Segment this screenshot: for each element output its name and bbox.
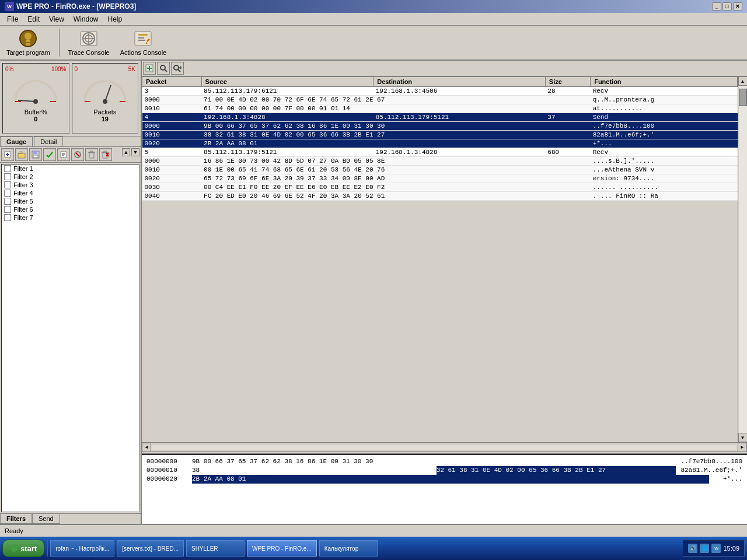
- taskbar-btn-calc[interactable]: Калькулятор: [319, 540, 378, 556]
- filter-label-1: Filter 1: [13, 165, 33, 172]
- taskbar-btn-wpepro[interactable]: WPE PRO - FinRO.e...: [247, 540, 317, 556]
- pkt-findnext-btn[interactable]: [171, 62, 184, 75]
- table-row[interactable]: 0000 9B 00 66 37 65 37 62 62 38 16 86 1E…: [142, 122, 738, 131]
- cell-hex-bytes: 2B 2A AA 08 01: [201, 139, 591, 148]
- menu-help[interactable]: Help: [103, 14, 127, 24]
- pkt-add-btn[interactable]: [143, 62, 156, 75]
- taskbar-btn-shyller[interactable]: SHYLLER: [186, 540, 245, 556]
- hscroll-right-btn[interactable]: ►: [738, 443, 747, 452]
- packets-max-label: 5K: [128, 66, 135, 72]
- close-btn[interactable]: ✕: [733, 2, 742, 10]
- tray-icon-3: W: [711, 544, 721, 553]
- scrollbar-down-btn[interactable]: ▼: [738, 433, 748, 442]
- taskbar-label-servers: [servers.txt] - BRED...: [122, 545, 179, 552]
- filter-deleteall-btn[interactable]: [99, 148, 112, 161]
- filter-check-btn[interactable]: [43, 148, 56, 161]
- filter-new-btn[interactable]: [1, 148, 14, 161]
- pkt-find-btn[interactable]: [157, 62, 170, 75]
- actions-console-button[interactable]: Actions Console: [116, 27, 171, 58]
- cell-hex-bytes: 16 86 1E 00 73 00 42 8D 5D 07 27 0A B0 0…: [201, 157, 591, 166]
- scrollbar-up-btn[interactable]: ▲: [738, 76, 748, 86]
- filter-item-4[interactable]: Filter 4: [2, 189, 139, 197]
- scrollbar-track[interactable]: [739, 86, 747, 433]
- hscroll-left-btn[interactable]: ◄: [142, 443, 151, 452]
- svg-rect-39: [104, 151, 106, 152]
- filter-open-btn[interactable]: [15, 148, 28, 161]
- filter-edit-btn[interactable]: [57, 148, 70, 161]
- filter-checkbox-3[interactable]: [4, 181, 11, 188]
- filter-item-5[interactable]: Filter 5: [2, 197, 139, 205]
- table-row[interactable]: 0040 FC 20 ED E0 20 46 69 6E 52 4F 20 3A…: [142, 192, 738, 201]
- filter-checkbox-6[interactable]: [4, 206, 11, 213]
- table-row[interactable]: 0000 16 86 1E 00 73 00 42 8D 5D 07 27 0A…: [142, 157, 738, 166]
- hex-offset-1: 00000000: [146, 457, 187, 466]
- start-button[interactable]: start: [2, 540, 44, 557]
- cell-hex-offset: 0020: [142, 139, 202, 148]
- filter-checkbox-1[interactable]: [4, 165, 11, 172]
- filter-item-7[interactable]: Filter 7: [2, 214, 139, 222]
- cell-source: 192.168.1.3:4828: [201, 113, 374, 122]
- svg-rect-11: [138, 37, 144, 38]
- right-container: Packet Source Destination Size Function …: [142, 61, 747, 524]
- tab-filters[interactable]: Filters: [0, 514, 32, 524]
- table-row[interactable]: 5 85.112.113.179:5121 192.168.1.3:4828 6…: [142, 148, 738, 157]
- table-row[interactable]: 0010 38 32 61 38 31 0E 4D 02 00 65 36 66…: [142, 131, 738, 139]
- taskbar-btn-rofan[interactable]: rofan ~ - Настройк...: [50, 540, 114, 556]
- scrollbar-thumb[interactable]: [739, 89, 747, 106]
- filter-item-1[interactable]: Filter 1: [2, 164, 139, 173]
- filter-checkbox-7[interactable]: [4, 214, 11, 221]
- minimize-btn[interactable]: _: [712, 2, 721, 10]
- cell-hex-offset: 0040: [142, 192, 202, 201]
- cell-source: 85.112.113.179:5121: [201, 148, 374, 157]
- cell-hex-offset: 0010: [142, 131, 202, 139]
- gauge-tabs: Gauge Detail: [0, 136, 141, 147]
- taskbar-separator: [47, 540, 48, 556]
- svg-point-14: [33, 99, 38, 104]
- filter-checkbox-2[interactable]: [4, 173, 11, 180]
- filter-scroll-down[interactable]: ▼: [131, 148, 139, 156]
- buffer-gauge: 0% 100% Buffer% 0: [2, 63, 69, 134]
- col-size: Size: [545, 77, 590, 87]
- table-row[interactable]: 0010 00 1E 00 65 41 74 68 65 6E 61 20 53…: [142, 166, 738, 174]
- packet-scrollbar[interactable]: ▲ ▼: [738, 76, 747, 442]
- table-row[interactable]: 0020 65 72 73 69 6F 6E 3A 20 39 37 33 34…: [142, 174, 738, 183]
- target-program-button[interactable]: Target program: [2, 27, 54, 58]
- table-row[interactable]: 0000 71 00 0E 4D 02 00 70 72 6F 6E 74 65…: [142, 96, 738, 104]
- cell-hex-offset: 0000: [142, 122, 202, 131]
- menu-view[interactable]: View: [44, 14, 69, 24]
- filter-disable-btn[interactable]: [71, 148, 84, 161]
- cell-hex-offset: 0010: [142, 104, 202, 113]
- menu-file[interactable]: File: [2, 14, 23, 24]
- hex-bytes-2a: 38: [192, 466, 432, 475]
- filter-checkbox-4[interactable]: [4, 190, 11, 197]
- filter-item-6[interactable]: Filter 6: [2, 205, 139, 214]
- table-row[interactable]: 3 85.112.113.179:6121 192.168.1.3:4506 2…: [142, 87, 738, 96]
- gauge-tab-gauge[interactable]: Gauge: [0, 136, 33, 146]
- svg-line-46: [165, 69, 167, 72]
- tray-time: 15:09: [723, 545, 739, 552]
- menu-window[interactable]: Window: [69, 14, 103, 24]
- taskbar-btn-servers[interactable]: [servers.txt] - BRED...: [117, 540, 184, 556]
- filter-label-6: Filter 6: [13, 206, 33, 213]
- table-row[interactable]: 0010 61 74 00 00 00 00 00 7F 00 00 01 01…: [142, 104, 738, 113]
- menu-edit[interactable]: Edit: [23, 14, 44, 24]
- filter-checkbox-5[interactable]: [4, 198, 11, 205]
- table-row[interactable]: 0020 2B 2A AA 08 01 +*...: [142, 139, 738, 148]
- tab-send[interactable]: Send: [32, 514, 60, 524]
- hscroll-track[interactable]: [152, 445, 736, 450]
- table-row[interactable]: 4 192.168.1.3:4828 85.112.113.179:5121 3…: [142, 113, 738, 122]
- filter-delete-btn[interactable]: [85, 148, 98, 161]
- cell-hex-ascii: ...eAthena SVN v: [591, 166, 738, 174]
- filter-scroll-up[interactable]: ▲: [122, 148, 130, 156]
- table-row[interactable]: 0030 00 C4 EE E1 F0 EE 20 EF EE E6 E0 EB…: [142, 183, 738, 192]
- filter-item-2[interactable]: Filter 2: [2, 173, 139, 181]
- cell-packet: 4: [142, 113, 202, 122]
- col-destination: Destination: [374, 77, 546, 87]
- filter-save-btn[interactable]: [29, 148, 42, 161]
- packets-gauge-svg: [79, 72, 131, 107]
- restore-btn[interactable]: □: [722, 2, 732, 10]
- trace-console-button[interactable]: Trace Console: [64, 27, 114, 58]
- packet-toolbar: [142, 61, 747, 76]
- filter-item-3[interactable]: Filter 3: [2, 181, 139, 189]
- gauge-tab-detail[interactable]: Detail: [34, 136, 63, 146]
